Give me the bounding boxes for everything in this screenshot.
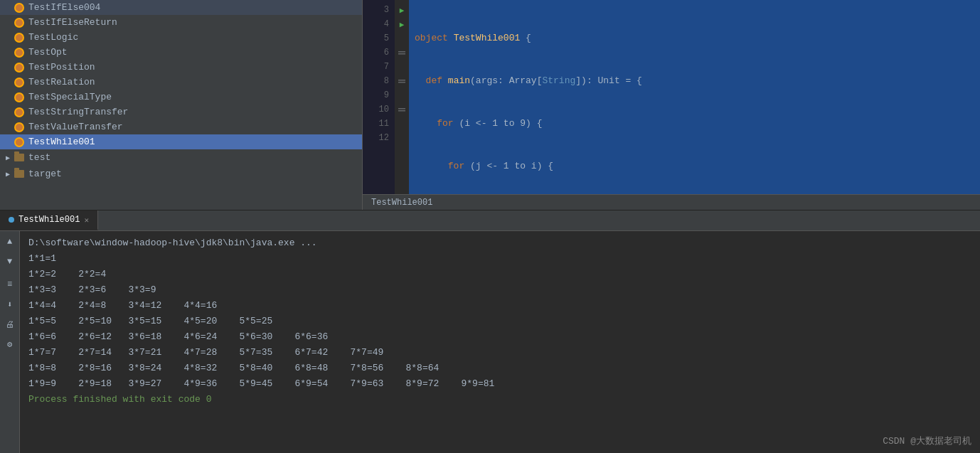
terminal-output-2: 1*3=3 2*3=6 3*3=9 bbox=[28, 282, 971, 298]
terminal-inner: ▲ ▼ ≡ ⬇ 🖨 ⚙ D:\software\window-hadoop-hi… bbox=[0, 231, 980, 453]
sidebar-item-testwhile001[interactable]: TestWhile001 bbox=[0, 134, 362, 149]
terminal-output-7: 1*8=8 2*8=16 3*8=24 4*8=32 5*8=40 6*8=48… bbox=[28, 361, 971, 376]
code-line-3: object TestWhile001 { bbox=[415, 31, 974, 46]
sidebar-item-testifelse004[interactable]: TestIfElse004 bbox=[0, 0, 362, 15]
fold-icon3[interactable] bbox=[398, 105, 406, 114]
top-section: TestIfElse004 TestIfElseReturn TestLogic… bbox=[0, 0, 980, 210]
tab-label: TestWhile001 bbox=[18, 215, 80, 225]
sidebar-label: TestValueTransfer bbox=[28, 122, 123, 132]
terminal-content[interactable]: D:\software\window-hadoop-hive\jdk8\bin\… bbox=[20, 231, 980, 453]
sidebar-item-testopt[interactable]: TestOpt bbox=[0, 45, 362, 60]
sidebar-label: TestOpt bbox=[28, 47, 68, 58]
svg-rect-1 bbox=[398, 53, 405, 55]
gutter-item-10 bbox=[395, 102, 409, 117]
fold-icon2[interactable] bbox=[398, 77, 406, 85]
code-editor: 3 4 5 6 7 8 9 10 11 12 ▶ ▶ bbox=[363, 0, 980, 210]
sidebar-label: TestRelation bbox=[28, 77, 95, 87]
terminal-output-4: 1*5=5 2*5=10 3*5=15 4*5=20 5*5=25 bbox=[28, 314, 971, 329]
run-arrow-3[interactable]: ▶ bbox=[395, 3, 409, 17]
gutter-item-5 bbox=[395, 31, 409, 46]
folder-label: target bbox=[28, 169, 62, 179]
sidebar-item-testvaluetransfer[interactable]: TestValueTransfer bbox=[0, 119, 362, 134]
class-icon bbox=[14, 78, 24, 87]
terminal-command: D:\software\window-hadoop-hive\jdk8\bin\… bbox=[28, 235, 971, 251]
svg-rect-4 bbox=[398, 108, 405, 110]
code-line-5: for (i <- 1 to 9) { bbox=[415, 117, 974, 131]
gutter-item-6 bbox=[395, 46, 409, 60]
fold-icon[interactable] bbox=[398, 48, 406, 57]
tabs-bar: TestWhile001 ✕ bbox=[0, 210, 980, 231]
run-arrow-4[interactable]: ▶ bbox=[395, 17, 409, 31]
svg-rect-3 bbox=[398, 82, 405, 83]
sidebar-item-testspecialtype[interactable]: TestSpecialType bbox=[0, 90, 362, 105]
svg-rect-0 bbox=[398, 51, 405, 53]
sidebar-label: TestIfElseReturn bbox=[28, 17, 117, 28]
gutter-item-8 bbox=[395, 74, 409, 88]
class-icon bbox=[14, 122, 24, 132]
code-line-6: for (j <- 1 to i) { bbox=[415, 159, 974, 174]
print-button[interactable]: 🖨 bbox=[2, 316, 18, 332]
folder-label: test bbox=[28, 152, 50, 163]
terminal-output-0: 1*1=1 bbox=[28, 251, 971, 267]
tab-file-icon bbox=[9, 217, 14, 223]
sidebar-label: TestPosition bbox=[28, 62, 95, 73]
sidebar-item-testrelation[interactable]: TestRelation bbox=[0, 75, 362, 90]
folder-icon bbox=[14, 170, 24, 178]
class-icon bbox=[14, 3, 24, 13]
sidebar-item-teststringtransfer[interactable]: TestStringTransfer bbox=[0, 105, 362, 119]
sidebar-label: TestIfElse004 bbox=[28, 2, 100, 13]
class-icon bbox=[14, 33, 24, 43]
svg-rect-5 bbox=[398, 110, 405, 112]
svg-rect-2 bbox=[398, 80, 405, 81]
class-icon bbox=[14, 48, 24, 58]
sidebar-label: TestSpecialType bbox=[28, 92, 112, 102]
chevron-right-icon: ▶ bbox=[6, 154, 10, 162]
terminal-output-8: 1*9=9 2*9=18 3*9=27 4*9=36 5*9=45 6*9=54… bbox=[28, 376, 971, 392]
sidebar-item-testlogic[interactable]: TestLogic bbox=[0, 30, 362, 45]
wrap-button[interactable]: ≡ bbox=[2, 277, 18, 292]
sidebar-label: TestLogic bbox=[28, 32, 78, 43]
class-icon bbox=[14, 137, 24, 147]
terminal-output-5: 1*6=6 2*6=12 3*6=18 4*6=24 5*6=30 6*6=36 bbox=[28, 329, 971, 345]
settings-button[interactable]: ⚙ bbox=[2, 336, 18, 352]
code-area: 3 4 5 6 7 8 9 10 11 12 ▶ ▶ bbox=[363, 0, 980, 194]
sidebar-label: TestStringTransfer bbox=[28, 107, 128, 117]
tab-testwhile001[interactable]: TestWhile001 ✕ bbox=[0, 210, 98, 230]
gutter-item-11 bbox=[395, 117, 409, 131]
breadcrumb-text: TestWhile001 bbox=[371, 198, 432, 208]
sidebar-label: TestWhile001 bbox=[28, 137, 95, 147]
terminal-output-1: 1*2=2 2*2=4 bbox=[28, 267, 971, 282]
code-line-4: def main(args: Array[String]): Unit = { bbox=[415, 74, 974, 88]
scroll-up-button[interactable]: ▲ bbox=[2, 234, 18, 250]
sidebar-item-testposition[interactable]: TestPosition bbox=[0, 60, 362, 75]
terminal-section: ▲ ▼ ≡ ⬇ 🖨 ⚙ D:\software\window-hadoop-hi… bbox=[0, 231, 980, 453]
class-icon bbox=[14, 107, 24, 117]
sidebar-item-testifelsereturn[interactable]: TestIfElseReturn bbox=[0, 15, 362, 30]
gutter-item-9 bbox=[395, 88, 409, 102]
class-icon bbox=[14, 92, 24, 102]
line-numbers: 3 4 5 6 7 8 9 10 11 12 bbox=[363, 0, 395, 194]
gutter-item-12 bbox=[395, 131, 409, 145]
side-toolbar: ▲ ▼ ≡ ⬇ 🖨 ⚙ bbox=[0, 231, 20, 453]
sidebar: TestIfElse004 TestIfElseReturn TestLogic… bbox=[0, 0, 363, 210]
chevron-right-icon: ▶ bbox=[6, 170, 10, 178]
terminal-output-6: 1*7=7 2*7=14 3*7=21 4*7=28 5*7=35 6*7=42… bbox=[28, 345, 971, 361]
scroll-down-button[interactable]: ▼ bbox=[2, 254, 18, 270]
gutter: ▶ ▶ bbox=[395, 0, 409, 194]
terminal-process-line: Process finished with exit code 0 bbox=[28, 392, 971, 407]
terminal-output-3: 1*4=4 2*4=8 3*4=12 4*4=16 bbox=[28, 298, 971, 314]
tab-close-button[interactable]: ✕ bbox=[84, 215, 89, 225]
class-icon bbox=[14, 18, 24, 28]
editor-breadcrumb: TestWhile001 bbox=[363, 194, 980, 210]
gutter-item-7 bbox=[395, 60, 409, 74]
sidebar-folder-test[interactable]: ▶ test bbox=[0, 149, 362, 166]
sidebar-folder-target[interactable]: ▶ target bbox=[0, 166, 362, 182]
download-button[interactable]: ⬇ bbox=[2, 297, 18, 312]
code-content[interactable]: object TestWhile001 { def main(args: Arr… bbox=[409, 0, 980, 194]
folder-icon bbox=[14, 154, 24, 161]
class-icon bbox=[14, 63, 24, 73]
